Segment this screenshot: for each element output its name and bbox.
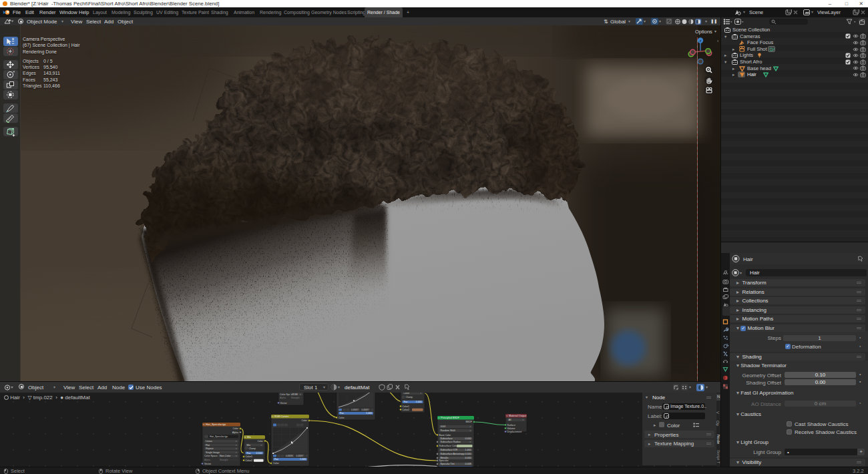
svg-text:Subsurface Color: Subsurface Color xyxy=(439,445,459,447)
svg-text:Vector: Vector xyxy=(280,402,288,405)
svg-text:Displacement: Displacement xyxy=(507,431,522,433)
svg-text:Color2: Color2 xyxy=(246,459,253,462)
svg-text:Principled BSDF: Principled BSDF xyxy=(441,417,460,419)
svg-text:RGB Curves: RGB Curves xyxy=(274,415,288,418)
svg-text:1.000: 1.000 xyxy=(366,412,372,415)
svg-text:Color1: Color1 xyxy=(246,455,253,458)
svg-text:Repeat: Repeat xyxy=(206,447,214,450)
svg-text:Random Walk: Random Walk xyxy=(441,429,456,432)
svg-text:0.100: 0.100 xyxy=(256,452,262,455)
svg-text:Fac: Fac xyxy=(247,452,251,455)
svg-text:Linear: Linear xyxy=(206,440,213,443)
svg-text:All: All xyxy=(509,419,511,421)
svg-text:Color: Color xyxy=(404,393,410,395)
svg-text:Color: Color xyxy=(301,419,307,422)
svg-text:Flat: Flat xyxy=(206,444,210,447)
svg-text:Color: Color xyxy=(257,440,263,443)
svg-text:0.48487: 0.48487 xyxy=(296,455,304,457)
svg-text:Straight: Straight xyxy=(291,397,299,399)
svg-text:Alpha: Alpha xyxy=(280,397,286,399)
svg-text:0.000: 0.000 xyxy=(465,437,471,440)
svg-text:Volume: Volume xyxy=(507,427,515,430)
svg-text:1.400: 1.400 xyxy=(465,449,471,451)
svg-text:Material Output: Material Output xyxy=(509,415,527,417)
svg-text:sRGB: sRGB xyxy=(291,393,298,396)
svg-text:0.008: 0.008 xyxy=(465,463,471,465)
svg-text:Subsurface Anisotropy: Subsurface Anisotropy xyxy=(441,453,465,455)
svg-text:Non-Color: Non-Color xyxy=(220,455,231,457)
svg-text:Vector: Vector xyxy=(204,463,212,465)
svg-text:Hair_Specular.tga: Hair_Specular.tga xyxy=(206,423,226,426)
svg-text:0.48487: 0.48487 xyxy=(351,409,359,411)
svg-text:Color: Color xyxy=(273,462,279,465)
svg-text:Color: Color xyxy=(339,417,345,419)
svg-text:Hair_Specular.tga: Hair_Specular.tga xyxy=(210,435,228,438)
svg-text:Fac: Fac xyxy=(340,412,344,415)
svg-text:Alpha: Alpha xyxy=(232,431,238,434)
svg-text:z: z xyxy=(700,39,702,43)
svg-text:Alpha: Alpha xyxy=(204,459,210,461)
svg-text:Fac: Fac xyxy=(274,458,278,461)
svg-text:1.000: 1.000 xyxy=(300,458,306,461)
svg-text:Specular: Specular xyxy=(439,459,449,462)
svg-text:0.000: 0.000 xyxy=(465,457,471,459)
svg-text:Color: Color xyxy=(232,427,238,430)
svg-text:Mix: Mix xyxy=(247,444,251,447)
svg-text:Fac: Fac xyxy=(404,401,408,403)
svg-text:0.000: 0.000 xyxy=(465,453,471,455)
svg-text:Subsurface Radius: Subsurface Radius xyxy=(441,441,461,443)
svg-text:Surface: Surface xyxy=(507,424,515,427)
svg-text:Single Image: Single Image xyxy=(206,451,220,454)
svg-text:Subsurface: Subsurface xyxy=(441,437,453,440)
svg-text:Subsurface IOR: Subsurface IOR xyxy=(441,449,458,451)
svg-text:Base Color: Base Color xyxy=(439,434,452,437)
svg-text:Clamp: Clamp xyxy=(406,396,413,399)
svg-text:Color1: Color1 xyxy=(403,405,410,408)
svg-text:Mix: Mix xyxy=(247,436,251,439)
svg-text:0.48486: 0.48486 xyxy=(286,455,293,457)
svg-text:Clamp: Clamp xyxy=(249,447,256,450)
svg-text:Color Space: Color Space xyxy=(204,455,218,457)
svg-text:Color2: Color2 xyxy=(403,409,410,411)
svg-text:GGX: GGX xyxy=(441,425,447,428)
svg-text:1.000: 1.000 xyxy=(416,401,422,403)
svg-text:Specular Tint: Specular Tint xyxy=(441,463,455,465)
svg-text:BSDF: BSDF xyxy=(465,421,472,423)
svg-text:0.48487: 0.48487 xyxy=(362,409,369,411)
svg-text:Straight: Straight xyxy=(220,459,228,461)
